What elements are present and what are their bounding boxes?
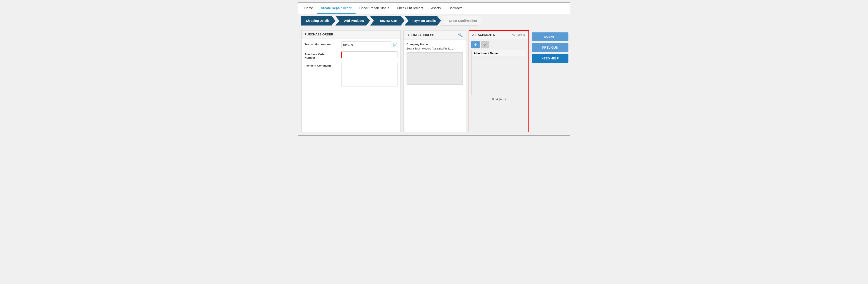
add-attachment-button[interactable]: + — [471, 41, 479, 49]
purchase-order-title: PURCHASE ORDER — [302, 30, 401, 38]
billing-address-textarea[interactable] — [407, 52, 463, 85]
nav-assets[interactable]: Assets — [427, 2, 444, 14]
nav-create-repair-order[interactable]: Create Repair Order — [317, 2, 355, 14]
attachments-header: ATTACHMENTS No Records — [469, 31, 528, 39]
payment-comments-wrap — [341, 63, 398, 87]
transaction-amount-label: Transaction Amount — [305, 41, 341, 46]
payment-comments-textarea[interactable] — [341, 63, 398, 87]
page-wrapper: Home Create Repair Order Check Repair St… — [298, 2, 570, 136]
document-icon[interactable]: 📄 — [393, 42, 398, 47]
delete-attachment-button[interactable]: ✕ — [481, 41, 489, 49]
billing-address-title: BILLING ADDRESS — [407, 33, 434, 37]
pagination-next[interactable]: ▶ — [499, 97, 502, 101]
attachments-body: + ✕ Attachment Name — [469, 39, 528, 104]
submit-button[interactable]: SUBMIT — [532, 32, 568, 41]
step-payment-details[interactable]: Payment Details — [405, 16, 441, 26]
payment-comments-label: Payment Comments — [305, 63, 341, 67]
po-number-label: Purchase OrderNumber — [305, 52, 341, 59]
main-content: PURCHASE ORDER Transaction Amount 📄 Purc… — [298, 27, 570, 135]
attachment-name-header: Attachment Name — [472, 50, 526, 56]
pagination-prev[interactable]: ◀ — [496, 97, 498, 101]
attachments-title: ATTACHMENTS — [472, 33, 495, 36]
po-number-input[interactable] — [341, 52, 398, 58]
attachment-pagination: ⏮ ◀ ▶ ⏭ — [471, 95, 526, 102]
previous-button[interactable]: PREVIOUS — [532, 43, 568, 52]
pagination-first[interactable]: ⏮ — [491, 97, 494, 101]
attachment-table: Attachment Name — [471, 50, 526, 95]
company-name-label: Company Name — [407, 43, 463, 46]
purchase-order-body: Transaction Amount 📄 Purchase OrderNumbe… — [302, 38, 401, 93]
action-panel: SUBMIT PREVIOUS NEED HELP — [532, 30, 568, 132]
nav-check-repair-status[interactable]: Check Repair Status — [355, 2, 393, 14]
step-order-confirmation[interactable]: Order Confirmation — [441, 16, 482, 26]
billing-header: BILLING ADDRESS 🔍 — [404, 30, 466, 40]
billing-address-panel: BILLING ADDRESS 🔍 Company Name Zebra Tec… — [403, 30, 466, 132]
billing-body: Company Name Zebra Technologies Australi… — [404, 40, 466, 88]
transaction-amount-wrap: 📄 — [341, 41, 398, 48]
step-shipping-details[interactable]: Shipping Details — [301, 16, 336, 26]
payment-comments-row: Payment Comments — [305, 63, 398, 87]
attachments-panel: ATTACHMENTS No Records + ✕ Attachment Na… — [469, 30, 529, 132]
po-number-wrap — [341, 52, 398, 58]
attachment-toolbar: + ✕ — [471, 41, 526, 49]
po-number-row: Purchase OrderNumber — [305, 52, 398, 59]
step-add-products[interactable]: Add Products — [336, 16, 370, 26]
step-bar: Shipping Details Add Products Review Car… — [298, 14, 570, 27]
billing-search-icon[interactable]: 🔍 — [458, 33, 463, 37]
nav-home[interactable]: Home — [301, 2, 317, 14]
attachment-empty-cell — [472, 56, 526, 95]
company-name-value: Zebra Technologies Australia Pty Lt... — [407, 47, 463, 50]
need-help-button[interactable]: NEED HELP — [532, 54, 568, 63]
top-nav: Home Create Repair Order Check Repair St… — [298, 3, 570, 14]
transaction-amount-input[interactable] — [341, 41, 392, 48]
nav-check-entitlement[interactable]: Check Entitlement — [393, 2, 427, 14]
no-records-badge: No Records — [512, 33, 525, 36]
pagination-last[interactable]: ⏭ — [503, 97, 507, 101]
nav-contracts[interactable]: Contracts — [444, 2, 466, 14]
transaction-amount-row: Transaction Amount 📄 — [305, 41, 398, 48]
step-review-cart[interactable]: Review Cart — [370, 16, 405, 26]
purchase-order-panel: PURCHASE ORDER Transaction Amount 📄 Purc… — [301, 30, 401, 132]
